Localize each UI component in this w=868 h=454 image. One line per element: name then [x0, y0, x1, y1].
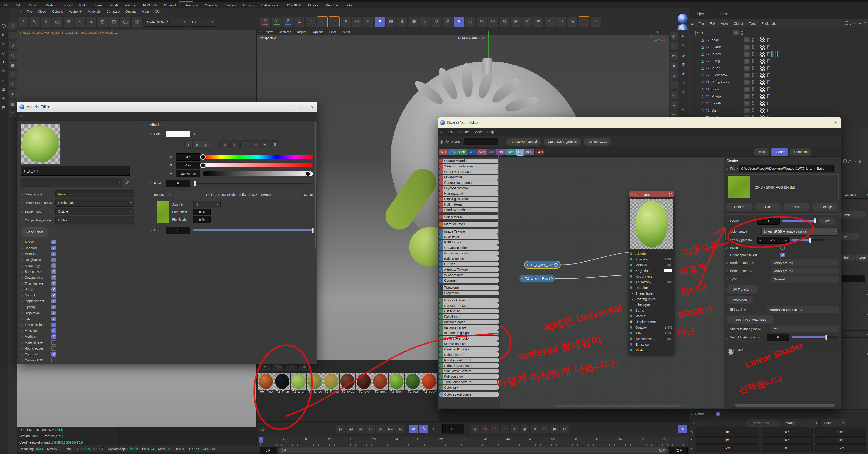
- object-name[interactable]: T2_L_eye: [706, 87, 744, 91]
- combo-dropdown[interactable]: Octane: [55, 207, 134, 215]
- live-viewer-menu-item[interactable]: Objects: [49, 10, 66, 13]
- live-viewer-tool-icon[interactable]: Ⓕ: [120, 17, 131, 27]
- phong-tag-icon[interactable]: Γ: [767, 58, 770, 64]
- phong-tag-icon[interactable]: Γ: [767, 101, 770, 106]
- transport-button[interactable]: ▷: [366, 424, 375, 433]
- toolbar-icon[interactable]: □: [329, 16, 340, 27]
- palette-icon[interactable]: ~: [9, 31, 17, 39]
- assign-button[interactable]: Assign: [856, 254, 868, 261]
- float-field[interactable]: 0: [166, 180, 190, 187]
- menu-item[interactable]: Simulate: [202, 3, 222, 7]
- toolbar-icon[interactable]: ▧: [386, 17, 396, 27]
- tree-row[interactable]: △ T2_body ✎ Γ: [693, 36, 868, 44]
- menu-item[interactable]: Tools: [75, 3, 90, 7]
- node-type-item[interactable]: Grayscale color: [439, 245, 499, 250]
- color-mode-button[interactable]: T: [240, 140, 249, 149]
- objects-hamburger-icon[interactable]: ≡: [689, 21, 696, 26]
- material-name[interactable]: T2_R_ar: [274, 390, 291, 393]
- attribute-toolbar-icon[interactable]: □: [864, 159, 866, 163]
- viewport-menu-item[interactable]: View: [263, 30, 276, 34]
- node-port[interactable]: Emission: [629, 342, 674, 347]
- tree-row[interactable]: △ T2_L_eye ✎ Γ: [693, 86, 868, 93]
- right-strip-icon[interactable]: ⊙: [670, 42, 678, 50]
- node-type-item[interactable]: Noise texture: [439, 352, 499, 357]
- toolbar-icon[interactable]: ⌾: [545, 17, 555, 27]
- menu-item[interactable]: INSYDIUM: [281, 3, 305, 7]
- blur-scale-field[interactable]: 0 %: [193, 216, 211, 223]
- node-type-item[interactable]: Comment: [439, 278, 499, 283]
- vt-mode-field[interactable]: Off: [771, 326, 838, 333]
- attribute-toolbar-icon[interactable]: ∩: [854, 159, 856, 163]
- node-port[interactable]: Opacity 1.000: [629, 324, 674, 330]
- texture-tag-icon[interactable]: [760, 87, 765, 92]
- material-name[interactable]: HH_Floo: [258, 390, 274, 393]
- node-type-item[interactable]: Baking texture: [439, 256, 499, 261]
- channel-checkbox[interactable]: [52, 305, 56, 309]
- custom-dropdown[interactable]: Custom: [842, 191, 868, 199]
- channel-row[interactable]: ◇ Thin film layer: [21, 281, 80, 286]
- shader-action-button[interactable]: Fit Image: [812, 203, 839, 211]
- float-slider[interactable]: [193, 183, 313, 184]
- channel-checkbox[interactable]: [52, 329, 56, 333]
- menu-item[interactable]: Modes: [42, 3, 59, 7]
- range-start-field[interactable]: 0 F: [258, 447, 277, 454]
- panel-tab[interactable]: Takes: [712, 8, 733, 19]
- color-mode-button[interactable]: #: [260, 140, 270, 149]
- tex-button[interactable]: Tex: [819, 217, 835, 225]
- node-type-item[interactable]: Polygon side: [439, 374, 499, 379]
- attribute-toolbar-icon[interactable]: [843, 159, 847, 163]
- edit-tag-icon[interactable]: ✎: [744, 73, 750, 78]
- maximize-button[interactable]: □: [820, 117, 830, 128]
- fcurve-button[interactable]: ↯: [678, 424, 687, 433]
- right-strip-icon[interactable]: ▦: [679, 60, 687, 68]
- live-viewer-tool-icon[interactable]: ⊞: [97, 17, 108, 27]
- visibility-dots[interactable]: [752, 108, 754, 112]
- hamburger-icon[interactable]: ≡: [17, 9, 24, 14]
- rotation-field[interactable]: 0 °: [762, 445, 813, 452]
- material-name[interactable]: T2_body: [422, 390, 438, 393]
- object-name[interactable]: T2_Stem: [706, 108, 744, 112]
- node-port[interactable]: Bump: [629, 308, 674, 313]
- help-label[interactable]: HELP: [736, 348, 743, 351]
- record-icon[interactable]: ⊕: [490, 424, 499, 433]
- hsv-value-field[interactable]: 95.4687 %: [176, 170, 200, 177]
- properties-tab[interactable]: Basic: [754, 148, 769, 155]
- import-type-button[interactable]: Import type: Automatic: [726, 315, 774, 324]
- node-port[interactable]: Film layer: [629, 302, 674, 308]
- live-viewer-tool-icon[interactable]: ∩: [75, 17, 85, 27]
- record-icon[interactable]: Ⓐ: [480, 424, 490, 433]
- left-tool-icon[interactable]: ▱: [0, 77, 7, 84]
- node-output-icon[interactable]: [669, 193, 673, 196]
- type-field[interactable]: Normal: [771, 276, 838, 283]
- node-type-item[interactable]: Cinema 4D noise: [439, 347, 499, 351]
- hsv-slider[interactable]: [203, 163, 313, 167]
- channel-row[interactable]: ◇ Normal: [21, 292, 80, 298]
- channel-row[interactable]: ◇ Emission: [21, 328, 80, 334]
- texture-tag-icon[interactable]: [760, 73, 765, 78]
- forward-icon[interactable]: →: [303, 114, 307, 119]
- attribute-toolbar-icon[interactable]: ◎: [859, 159, 862, 163]
- right-strip-icon[interactable]: ⚙: [670, 91, 678, 99]
- channel-row[interactable]: ◇ Bump: [21, 286, 80, 292]
- category-chip[interactable]: OSL: [467, 149, 477, 155]
- left-tool-icon[interactable]: [0, 22, 7, 29]
- texture-thumbnail[interactable]: [157, 201, 169, 224]
- node-type-item[interactable]: Shadow catcher m: [439, 207, 499, 212]
- channel-checkbox[interactable]: [52, 263, 56, 268]
- object-name[interactable]: T2_body: [706, 38, 744, 42]
- object-name[interactable]: T2_L_leg: [706, 59, 744, 63]
- hsv-value-field[interactable]: 0 °: [176, 153, 200, 161]
- category-chip[interactable]: Med: [506, 149, 516, 155]
- live-viewer-menu-item[interactable]: Compare: [104, 10, 123, 13]
- texture-tag-icon[interactable]: [760, 94, 765, 99]
- back-icon[interactable]: ←: [293, 114, 298, 119]
- record-icon[interactable]: ◉: [470, 424, 479, 433]
- port-dot[interactable]: [630, 326, 632, 329]
- edit-tag-icon[interactable]: ✎: [744, 87, 750, 92]
- phong-tag-icon[interactable]: Γ: [767, 93, 770, 99]
- material-name[interactable]: T2_L_arr: [291, 390, 307, 393]
- power-slider[interactable]: [782, 220, 816, 222]
- right-strip-icon[interactable]: ◍: [670, 32, 678, 41]
- left-tool-icon[interactable]: ▦: [0, 86, 7, 93]
- scale-field[interactable]: 0 cm: [815, 428, 866, 435]
